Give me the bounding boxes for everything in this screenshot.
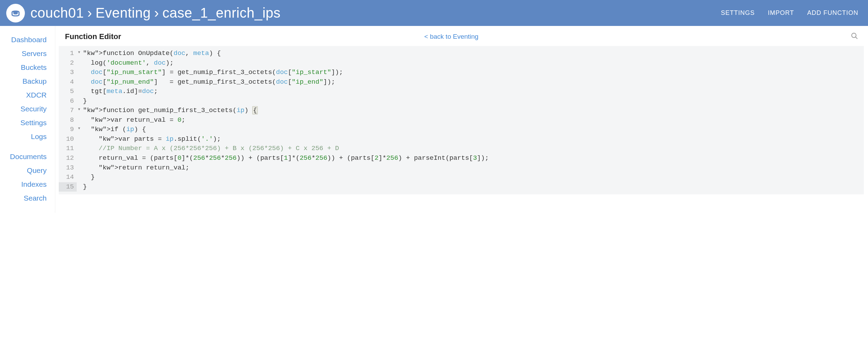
line-number: 11 bbox=[59, 144, 77, 154]
settings-link[interactable]: SETTINGS bbox=[721, 9, 755, 17]
line-number: 8 bbox=[59, 116, 77, 125]
code-text[interactable]: "kw">var return_val = 0; bbox=[77, 116, 185, 125]
line-number: 2 bbox=[59, 58, 77, 68]
code-line[interactable]: 14 } bbox=[59, 173, 864, 182]
sidebar-item-documents[interactable]: Documents bbox=[0, 150, 55, 164]
back-to-eventing-link[interactable]: < back to Eventing bbox=[424, 33, 479, 40]
code-text[interactable]: "kw">function get_numip_first_3_octets(i… bbox=[77, 106, 258, 116]
fold-toggle-icon[interactable]: ▼ bbox=[78, 107, 80, 112]
line-number: 6 bbox=[59, 96, 77, 106]
code-text[interactable]: "kw">function OnUpdate(doc, meta) { bbox=[77, 49, 221, 58]
breadcrumb: couch01 › Eventing › case_1_enrich_ips bbox=[30, 5, 721, 21]
code-line[interactable]: 3 doc["ip_num_start"] = get_numip_first_… bbox=[59, 68, 864, 77]
editor-header: Function Editor < back to Eventing bbox=[55, 26, 868, 46]
line-number: 15 bbox=[59, 182, 77, 192]
line-number: 9▼ bbox=[59, 125, 77, 135]
code-text[interactable]: //IP Number = A x (256*256*256) + B x (2… bbox=[77, 144, 339, 154]
search-icon[interactable] bbox=[851, 32, 858, 41]
fold-toggle-icon[interactable]: ▼ bbox=[78, 50, 80, 55]
code-text[interactable]: tgt[meta.id]=doc; bbox=[77, 87, 158, 96]
line-number: 14 bbox=[59, 173, 77, 182]
line-number: 10 bbox=[59, 135, 77, 144]
header-actions: SETTINGS IMPORT ADD FUNCTION bbox=[721, 9, 858, 17]
code-text[interactable]: "kw">return return_val; bbox=[77, 163, 189, 173]
sidebar: Dashboard Servers Buckets Backup XDCR Se… bbox=[0, 26, 55, 213]
add-function-link[interactable]: ADD FUNCTION bbox=[807, 9, 858, 17]
app-header: couch01 › Eventing › case_1_enrich_ips S… bbox=[0, 0, 868, 26]
code-line[interactable]: 15} bbox=[59, 182, 864, 192]
svg-line-1 bbox=[856, 37, 858, 39]
line-number: 12 bbox=[59, 154, 77, 163]
sidebar-item-indexes[interactable]: Indexes bbox=[0, 177, 55, 191]
couchbase-icon bbox=[10, 7, 21, 19]
code-line[interactable]: 12 return_val = (parts[0]*(256*256*256))… bbox=[59, 154, 864, 163]
svg-point-0 bbox=[852, 33, 856, 38]
code-text[interactable]: "kw">if (ip) { bbox=[77, 125, 146, 135]
code-line[interactable]: 9▼ "kw">if (ip) { bbox=[59, 125, 864, 135]
code-text[interactable]: return_val = (parts[0]*(256*256*256)) + … bbox=[77, 154, 489, 163]
code-text[interactable]: } bbox=[77, 173, 95, 182]
code-line[interactable]: 13 "kw">return return_val; bbox=[59, 163, 864, 173]
code-line[interactable]: 6} bbox=[59, 96, 864, 106]
line-number: 1▼ bbox=[59, 49, 77, 58]
code-text[interactable]: } bbox=[77, 96, 87, 106]
code-line[interactable]: 2 log('document', doc); bbox=[59, 58, 864, 68]
sidebar-item-settings[interactable]: Settings bbox=[0, 116, 55, 130]
sidebar-item-logs[interactable]: Logs bbox=[0, 130, 55, 144]
code-line[interactable]: 10 "kw">var parts = ip.split('.'); bbox=[59, 135, 864, 144]
line-number: 13 bbox=[59, 163, 77, 173]
code-line[interactable]: 1▼"kw">function OnUpdate(doc, meta) { bbox=[59, 49, 864, 58]
line-number: 5 bbox=[59, 87, 77, 96]
fold-toggle-icon[interactable]: ▼ bbox=[78, 126, 80, 131]
code-text[interactable]: "kw">var parts = ip.split('.'); bbox=[77, 135, 221, 144]
code-text[interactable]: doc["ip_num_end"] = get_numip_first_3_oc… bbox=[77, 77, 335, 87]
sidebar-item-query[interactable]: Query bbox=[0, 164, 55, 177]
main-content: Function Editor < back to Eventing 1▼"kw… bbox=[55, 26, 868, 213]
sidebar-item-servers[interactable]: Servers bbox=[0, 47, 55, 61]
code-text[interactable]: log('document', doc); bbox=[77, 58, 173, 68]
chevron-right-icon: › bbox=[154, 5, 159, 21]
code-line[interactable]: 8 "kw">var return_val = 0; bbox=[59, 116, 864, 125]
sidebar-item-backup[interactable]: Backup bbox=[0, 74, 55, 88]
code-editor[interactable]: 1▼"kw">function OnUpdate(doc, meta) {2 l… bbox=[59, 46, 864, 194]
code-line[interactable]: 4 doc["ip_num_end"] = get_numip_first_3_… bbox=[59, 77, 864, 87]
line-number: 7▼ bbox=[59, 106, 77, 116]
code-text[interactable]: doc["ip_num_start"] = get_numip_first_3_… bbox=[77, 68, 343, 77]
chevron-right-icon: › bbox=[87, 5, 92, 21]
code-line[interactable]: 5 tgt[meta.id]=doc; bbox=[59, 87, 864, 96]
sidebar-item-dashboard[interactable]: Dashboard bbox=[0, 33, 55, 47]
breadcrumb-section[interactable]: Eventing bbox=[96, 5, 151, 21]
sidebar-item-xdcr[interactable]: XDCR bbox=[0, 88, 55, 102]
line-number: 3 bbox=[59, 68, 77, 77]
breadcrumb-current: case_1_enrich_ips bbox=[162, 5, 281, 21]
sidebar-item-security[interactable]: Security bbox=[0, 102, 55, 116]
code-line[interactable]: 7▼"kw">function get_numip_first_3_octets… bbox=[59, 106, 864, 116]
line-number: 4 bbox=[59, 77, 77, 87]
couchbase-logo bbox=[6, 4, 25, 22]
breadcrumb-node[interactable]: couch01 bbox=[30, 5, 84, 21]
sidebar-item-buckets[interactable]: Buckets bbox=[0, 61, 55, 74]
sidebar-divider bbox=[0, 144, 55, 150]
back-link-wrap: < back to Eventing bbox=[52, 33, 851, 40]
code-text[interactable]: } bbox=[77, 182, 87, 192]
code-line[interactable]: 11 //IP Number = A x (256*256*256) + B x… bbox=[59, 144, 864, 154]
sidebar-item-search[interactable]: Search bbox=[0, 191, 55, 205]
import-link[interactable]: IMPORT bbox=[768, 9, 794, 17]
